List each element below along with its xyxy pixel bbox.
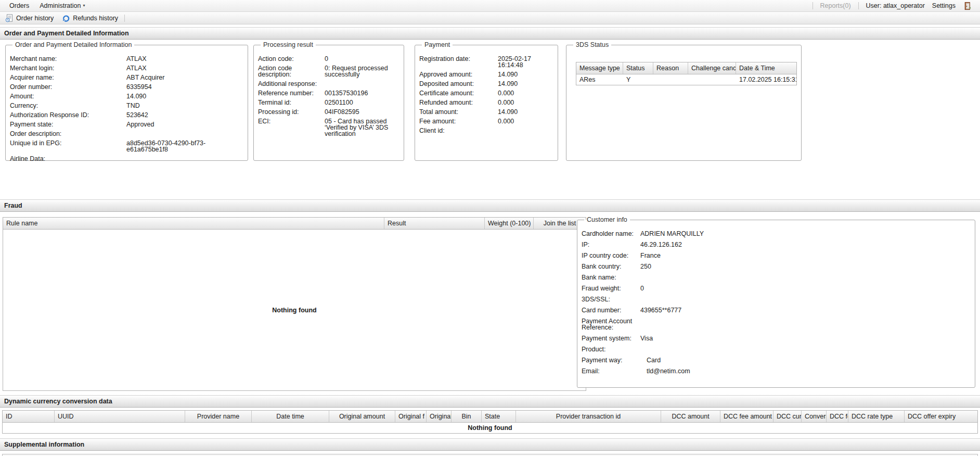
field-row: Fraud weight:0	[582, 285, 971, 292]
field-value: ABT Acquirer	[126, 74, 243, 81]
field-label: Merchant name:	[10, 56, 126, 62]
refunds-history-button[interactable]: Refunds history	[60, 13, 122, 23]
field-value: Visa	[640, 335, 971, 341]
field-label: Product:	[582, 346, 640, 352]
column-header: Provider transaction id	[516, 411, 661, 422]
column-header: Reason	[653, 62, 688, 74]
column-header: DCC amount	[661, 411, 720, 422]
field-value: 0.000	[498, 90, 553, 96]
field-value: ADRIEN MARQUILLY	[640, 231, 971, 237]
field-row: IP country code:France	[582, 252, 971, 259]
cell-challenge-cancel	[688, 74, 736, 85]
dcc-section-bar: Dynamic currency conversion data	[0, 395, 980, 408]
field-value	[640, 318, 971, 331]
dcc-section-title: Dynamic currency conversion data	[4, 398, 112, 405]
column-header: Provider name	[185, 411, 252, 422]
field-label: Refunded amount:	[419, 99, 498, 106]
column-header: DCC fee	[827, 411, 848, 422]
column-header: State	[482, 411, 516, 422]
column-header: Conversi	[802, 411, 827, 422]
three-ds-table-header: Message type Status Reason Challenge can…	[576, 62, 796, 74]
payment-fieldset: Payment Registration date:2025-02-17 16:…	[415, 41, 558, 161]
field-row: Terminal id:02501100	[258, 99, 399, 106]
field-label: Deposited amount:	[419, 81, 498, 87]
field-value: 6335954	[126, 84, 243, 90]
column-header: UUID	[55, 411, 185, 422]
field-value: TND	[126, 103, 243, 109]
field-value: 2025-02-17 16:14:48	[498, 56, 553, 68]
menu-reports[interactable]: Reports(0)	[820, 2, 851, 9]
field-row: Product:	[582, 346, 971, 352]
field-row: Payment state:Approved	[10, 121, 243, 128]
spacer	[0, 434, 980, 438]
refunds-history-icon	[62, 14, 70, 22]
field-label: Payment system:	[582, 335, 640, 341]
field-label: Payment Account Reference:	[582, 318, 640, 331]
supplemental-table-header-partial	[2, 454, 978, 456]
menu-administration-label: Administration	[40, 2, 81, 9]
field-label: Action code description:	[258, 65, 325, 78]
field-label: Action code:	[258, 56, 325, 62]
order-info-fieldset: Order and Payment Detailed Information M…	[5, 41, 248, 161]
field-value	[325, 81, 399, 87]
field-row: Amount:14.090	[10, 93, 243, 99]
dcc-empty-message: Nothing found	[3, 423, 977, 433]
field-label: Unique id in EPG:	[10, 140, 126, 153]
field-value: 14.090	[498, 109, 553, 115]
field-value: 0.000	[498, 118, 553, 124]
field-value: 14.090	[126, 93, 243, 99]
field-value: ATLAX	[126, 56, 243, 62]
field-row: Authorization Response ID:523642	[10, 112, 243, 118]
fraud-table-header: Rule name Result Weight (0-100) Join the…	[3, 218, 586, 230]
order-history-label: Order history	[16, 15, 54, 22]
order-info-legend: Order and Payment Detailed Information	[12, 41, 134, 48]
column-header: DCC fee amount	[720, 411, 773, 422]
field-value	[126, 131, 243, 137]
field-row: Action code:0	[258, 56, 399, 62]
field-value	[126, 156, 243, 162]
logout-door-icon[interactable]	[963, 2, 972, 10]
field-value	[498, 128, 553, 134]
field-value: 250	[640, 263, 971, 270]
column-header: Rule name	[3, 218, 384, 229]
field-value: 46.29.126.162	[640, 242, 971, 248]
menu-orders[interactable]: Orders	[4, 2, 34, 9]
field-value: 02501100	[325, 99, 399, 106]
column-header: Original amount	[329, 411, 395, 422]
field-label: IP:	[582, 242, 640, 248]
field-value: 0.000	[498, 99, 553, 106]
column-header: Original f	[395, 411, 427, 422]
field-label: Registration date:	[419, 56, 498, 68]
field-value: 14.090	[498, 81, 553, 87]
field-value: Card	[640, 357, 971, 363]
menu-settings[interactable]: Settings	[932, 2, 956, 9]
customer-info-legend: Customer info	[584, 216, 630, 223]
processing-result-legend: Processing result	[261, 41, 316, 48]
field-row: Processing id:04IF082595	[258, 109, 399, 115]
menu-administration[interactable]: Administration ▾	[34, 2, 90, 9]
three-ds-table: Message type Status Reason Challenge can…	[576, 62, 797, 85]
field-row: Payment way:Card	[582, 357, 971, 363]
toolbar: Order history Refunds history	[0, 12, 980, 24]
column-header: Weight (0-100)	[485, 218, 534, 229]
field-row: Cardholder name:ADRIEN MARQUILLY	[582, 231, 971, 237]
dcc-table: ID UUID Provider name Date time Original…	[2, 410, 978, 434]
field-value: ATLAX	[126, 65, 243, 71]
column-header: Challenge cancel	[688, 62, 736, 74]
fraud-table: Rule name Result Weight (0-100) Join the…	[3, 217, 586, 391]
field-label: Cardholder name:	[582, 231, 640, 237]
field-row: Fee amount:0.000	[419, 118, 553, 124]
order-history-button[interactable]: Order history	[3, 13, 58, 23]
field-label: Order number:	[10, 84, 126, 90]
field-value: 0	[640, 285, 971, 292]
column-header: ID	[3, 411, 55, 422]
menu-bar-right: Reports(0) User: atlax_operator Settings	[813, 2, 976, 10]
field-value: 04IF082595	[325, 109, 399, 115]
field-row: Acquirer name:ABT Acquirer	[10, 74, 243, 81]
field-row: 3DS/SSL:	[582, 296, 971, 302]
field-label: 3DS/SSL:	[582, 296, 640, 302]
column-header: DCC rate type	[848, 411, 905, 422]
field-row: Reference number:001357530196	[258, 90, 399, 96]
field-label: Amount:	[10, 93, 126, 99]
field-value: tld@netim.com	[640, 368, 971, 374]
